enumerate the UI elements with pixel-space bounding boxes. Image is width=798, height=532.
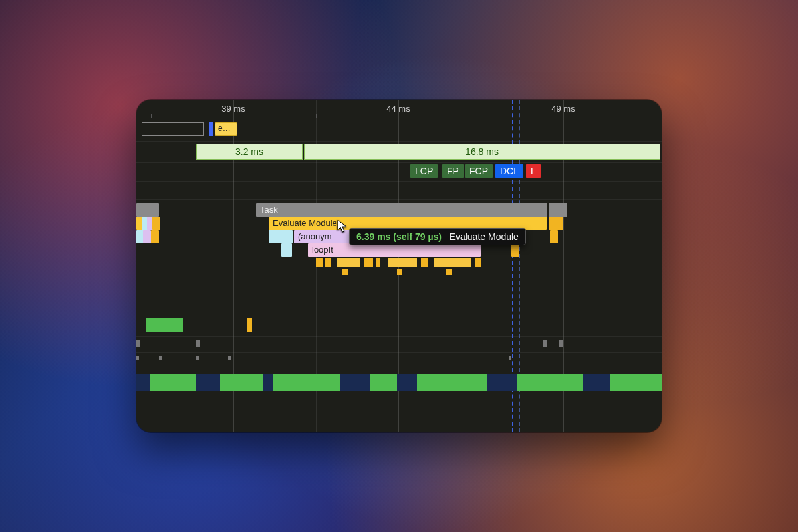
flame-bar[interactable] (475, 258, 481, 267)
timings-track[interactable]: LCP FP FCP DCL L (136, 164, 662, 180)
frame-bar[interactable]: 3.2 ms (196, 144, 303, 160)
ruler-tick: 49 ms (551, 104, 575, 114)
flame-bar-task[interactable]: Task (256, 203, 547, 217)
time-ruler[interactable]: 39 ms 44 ms 49 ms (136, 100, 662, 120)
flame-bar[interactable] (388, 258, 417, 267)
flame-bar[interactable] (550, 230, 558, 243)
overview-strip[interactable]: e… (136, 120, 662, 138)
frame-sequence-track[interactable] (136, 374, 662, 391)
ruler-tick: 39 ms (221, 104, 245, 114)
flame-bar-loopit[interactable]: loopIt (308, 243, 481, 257)
flame-bar[interactable] (325, 258, 331, 267)
tooltip-duration: 6.39 ms (self 79 µs) (356, 231, 442, 242)
flame-tooltip: 6.39 ms (self 79 µs) Evaluate Module (349, 228, 526, 245)
devtools-performance-panel[interactable]: { "ruler": { "ticks": ["39 ms", "44 ms",… (136, 100, 662, 432)
frames-track[interactable]: 3.2 ms 16.8 ms (136, 142, 662, 161)
flame-bar[interactable] (152, 217, 160, 230)
flame-bar[interactable] (337, 258, 360, 267)
cursor-icon (337, 219, 348, 234)
compositor-track[interactable] (136, 356, 662, 360)
flame-bar[interactable] (421, 258, 428, 267)
overview-range-handle[interactable] (142, 122, 204, 136)
overview-marker (209, 122, 213, 136)
badge-load[interactable]: L (526, 164, 541, 178)
flame-bar[interactable] (143, 230, 151, 243)
badge-fp[interactable]: FP (442, 164, 464, 178)
badge-lcp[interactable]: LCP (410, 164, 438, 178)
flame-bar[interactable] (397, 269, 402, 275)
ruler-tick: 44 ms (386, 104, 410, 114)
tooltip-name: Evaluate Module (450, 231, 519, 242)
flame-bar[interactable] (434, 258, 471, 267)
raster-track[interactable] (136, 318, 662, 332)
badge-dcl[interactable]: DCL (495, 164, 523, 178)
flame-bar[interactable] (342, 269, 348, 275)
flame-bar[interactable] (511, 243, 519, 257)
flame-bar[interactable] (549, 203, 567, 217)
frame-bar[interactable]: 16.8 ms (304, 144, 660, 160)
flame-bar[interactable] (136, 203, 159, 217)
overview-chip[interactable]: e… (215, 122, 237, 136)
flame-bar[interactable] (316, 258, 323, 267)
flame-bar[interactable] (269, 230, 293, 243)
gpu-track[interactable] (136, 340, 662, 347)
flame-bar[interactable] (281, 243, 292, 257)
flame-bar[interactable] (151, 230, 159, 243)
flame-bar[interactable] (364, 258, 373, 267)
flame-bar[interactable] (446, 269, 452, 275)
flame-bar[interactable] (376, 258, 380, 267)
badge-fcp[interactable]: FCP (465, 164, 493, 178)
flame-bar[interactable] (549, 217, 563, 230)
